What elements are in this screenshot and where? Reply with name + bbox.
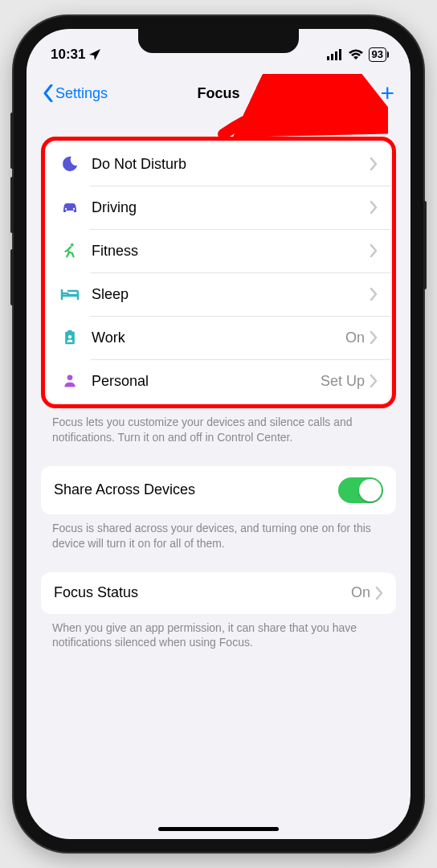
row-label: Fitness bbox=[92, 243, 365, 260]
svg-point-4 bbox=[65, 208, 67, 210]
wifi-icon bbox=[348, 49, 364, 60]
focus-status-footer: When you give an app permission, it can … bbox=[41, 614, 396, 651]
chevron-right-icon bbox=[370, 288, 378, 301]
row-label: Do Not Disturb bbox=[92, 156, 365, 173]
row-label: Work bbox=[92, 330, 345, 346]
svg-rect-0 bbox=[327, 56, 329, 60]
location-icon bbox=[88, 48, 101, 61]
share-section: Share Across Devices bbox=[41, 466, 396, 514]
status-time: 10:31 bbox=[51, 47, 85, 63]
share-toggle[interactable] bbox=[338, 477, 383, 503]
chevron-right-icon bbox=[375, 587, 383, 600]
focus-modes-footer: Focus lets you customize your devices an… bbox=[41, 408, 396, 445]
person-icon bbox=[59, 371, 80, 391]
focus-row-work[interactable]: Work On bbox=[47, 316, 390, 359]
battery-indicator: 93 bbox=[369, 47, 386, 62]
row-label: Focus Status bbox=[54, 584, 351, 601]
back-button[interactable]: Settings bbox=[43, 84, 108, 102]
share-footer: Focus is shared across your devices, and… bbox=[41, 514, 396, 551]
svg-point-10 bbox=[67, 375, 73, 381]
focus-status-row[interactable]: Focus Status On bbox=[41, 572, 396, 614]
car-icon bbox=[59, 197, 80, 218]
annotation-highlight: Do Not Disturb Driving bbox=[41, 137, 396, 408]
notch bbox=[138, 29, 299, 53]
svg-rect-1 bbox=[331, 54, 333, 60]
moon-icon bbox=[59, 154, 80, 174]
row-label: Personal bbox=[92, 373, 321, 390]
cellular-icon bbox=[327, 49, 343, 60]
back-label: Settings bbox=[55, 85, 108, 102]
add-focus-button[interactable]: + bbox=[380, 81, 394, 105]
nav-bar: Settings Focus + bbox=[27, 72, 410, 114]
chevron-left-icon bbox=[43, 84, 54, 102]
phone-frame: 10:31 93 Settings Focus + bbox=[14, 16, 423, 852]
home-indicator[interactable] bbox=[158, 827, 279, 831]
svg-rect-3 bbox=[339, 49, 341, 60]
phone-screen: 10:31 93 Settings Focus + bbox=[27, 29, 410, 839]
focus-row-fitness[interactable]: Fitness bbox=[47, 229, 390, 272]
status-left: 10:31 bbox=[51, 47, 101, 63]
svg-point-6 bbox=[71, 244, 74, 247]
focus-modes-list: Do Not Disturb Driving bbox=[47, 142, 390, 403]
focus-row-driving[interactable]: Driving bbox=[47, 186, 390, 229]
row-detail: On bbox=[351, 584, 375, 601]
svg-point-5 bbox=[73, 208, 75, 210]
svg-point-9 bbox=[68, 335, 71, 338]
row-label: Sleep bbox=[92, 286, 365, 303]
focus-row-personal[interactable]: Personal Set Up bbox=[47, 359, 390, 403]
status-right: 93 bbox=[327, 47, 386, 62]
bed-icon bbox=[59, 284, 80, 305]
chevron-right-icon bbox=[370, 158, 378, 170]
focus-row-sleep[interactable]: Sleep bbox=[47, 272, 390, 316]
row-label: Share Across Devices bbox=[54, 481, 338, 498]
focus-status-section: Focus Status On bbox=[41, 572, 396, 614]
runner-icon bbox=[59, 240, 80, 261]
row-label: Driving bbox=[92, 199, 365, 216]
chevron-right-icon bbox=[370, 331, 378, 344]
page-title: Focus bbox=[197, 85, 239, 102]
svg-rect-2 bbox=[335, 51, 337, 60]
row-detail: Set Up bbox=[321, 373, 370, 390]
content-area: Do Not Disturb Driving bbox=[27, 114, 410, 650]
chevron-right-icon bbox=[370, 375, 378, 387]
chevron-right-icon bbox=[370, 201, 378, 214]
chevron-right-icon bbox=[370, 244, 378, 257]
focus-row-do-not-disturb[interactable]: Do Not Disturb bbox=[47, 142, 390, 186]
share-across-devices-row: Share Across Devices bbox=[41, 466, 396, 514]
svg-rect-8 bbox=[68, 330, 72, 333]
badge-icon bbox=[59, 327, 80, 348]
row-detail: On bbox=[345, 330, 370, 346]
